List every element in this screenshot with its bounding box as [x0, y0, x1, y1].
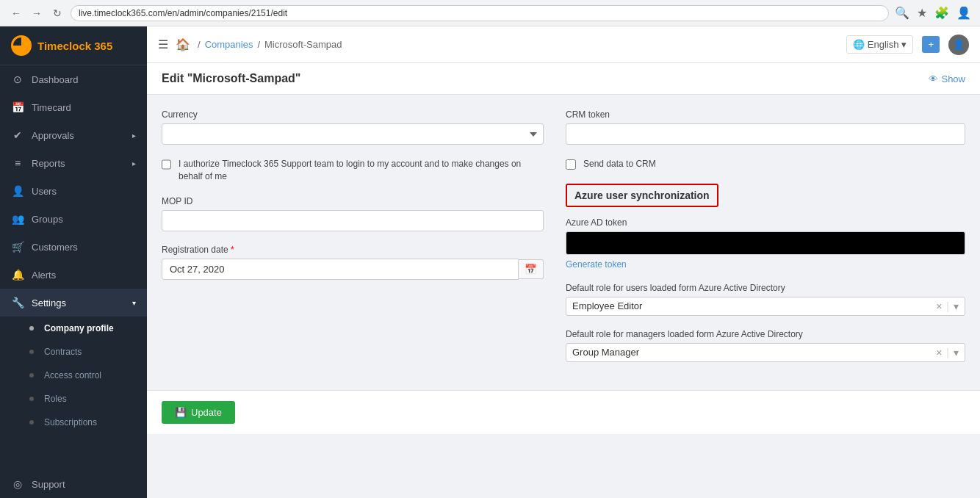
authorize-checkbox[interactable]: [162, 159, 171, 170]
separator: |: [946, 300, 949, 312]
chevron-icon: ▸: [132, 131, 136, 140]
sub-item-label: Subscriptions: [44, 417, 97, 427]
sidebar-item-label: Groups: [32, 214, 63, 225]
sidebar-item-dashboard[interactable]: ⊙ Dashboard: [0, 65, 147, 93]
currency-select[interactable]: [162, 123, 544, 145]
alerts-icon: 🔔: [11, 269, 24, 281]
add-button[interactable]: +: [922, 36, 940, 53]
sidebar-item-label: Dashboard: [32, 74, 79, 85]
sidebar-item-label: Settings: [32, 297, 66, 308]
sidebar-item-alerts[interactable]: 🔔 Alerts: [0, 261, 147, 289]
sidebar-item-groups[interactable]: 👥 Groups: [0, 205, 147, 233]
breadcrumb-companies[interactable]: Companies: [205, 39, 253, 50]
logo: Timeclock 365: [0, 26, 147, 65]
registration-date-input[interactable]: Oct 27, 2020: [162, 259, 519, 280]
send-crm-row: Send data to CRM: [566, 158, 965, 170]
sidebar-sub-item-roles[interactable]: Roles: [0, 387, 147, 411]
profile-icon[interactable]: 👤: [956, 6, 971, 20]
users-icon: 👤: [11, 185, 24, 197]
chevron-down-icon: ▾: [132, 299, 136, 307]
separator: |: [946, 347, 949, 358]
user-avatar[interactable]: 👤: [948, 35, 969, 55]
refresh-button[interactable]: ↻: [50, 6, 65, 21]
sidebar-item-label: Customers: [32, 242, 78, 253]
language-selector[interactable]: 🌐 English ▾: [846, 35, 914, 54]
default-role-managers-group: Default role for managers loaded form Az…: [566, 329, 965, 362]
menu-icon[interactable]: ☰: [158, 37, 168, 51]
clear-icon[interactable]: ×: [936, 300, 942, 312]
dot-icon: [29, 397, 34, 401]
home-icon[interactable]: 🏠: [176, 37, 190, 51]
sidebar-item-timecard[interactable]: 📅 Timecard: [0, 93, 147, 121]
timecard-icon: 📅: [11, 101, 24, 113]
date-input-wrapper: Oct 27, 2020 📅: [162, 259, 544, 280]
dropdown-icon[interactable]: ▾: [954, 347, 959, 358]
back-button[interactable]: ←: [9, 6, 24, 21]
default-role-users-select[interactable]: Employee Editor × | ▾: [566, 297, 965, 316]
chevron-icon: ▸: [132, 159, 136, 167]
top-bar: ☰ 🏠 / Companies / Microsoft-Sampad 🌐 Eng…: [147, 26, 980, 63]
authorize-row: I authorize Timeclock 365 Support team t…: [162, 158, 544, 183]
update-button[interactable]: 💾 Update: [162, 401, 235, 424]
registration-date-label: Registration date *: [162, 245, 544, 255]
customers-icon: 🛒: [11, 241, 24, 253]
bookmark-icon[interactable]: ★: [917, 6, 927, 20]
breadcrumb: / Companies / Microsoft-Sampad: [198, 39, 342, 50]
url-bar[interactable]: live.timeclock365.com/en/admin/companies…: [71, 5, 889, 21]
default-role-managers-value: Group Manager: [572, 347, 932, 358]
settings-icon: 🔧: [11, 297, 24, 308]
extensions-icon[interactable]: 🧩: [934, 6, 949, 20]
browser-icons: 🔍 ★ 🧩 👤: [895, 6, 971, 20]
default-role-users-value: Employee Editor: [572, 300, 932, 311]
crm-token-input[interactable]: [566, 123, 965, 145]
azure-section-header: Azure user synchronization: [566, 184, 718, 207]
dropdown-icon[interactable]: ▾: [954, 300, 959, 312]
top-bar-right: 🌐 English ▾ + 👤: [846, 35, 969, 55]
eye-icon: 👁: [929, 73, 938, 84]
default-role-users-label: Default role for users loaded form Azure…: [566, 283, 965, 293]
send-crm-label: Send data to CRM: [583, 158, 656, 170]
sidebar-item-settings[interactable]: 🔧 Settings ▾: [0, 289, 147, 317]
sidebar-sub-item-contracts[interactable]: Contracts: [0, 340, 147, 364]
search-icon[interactable]: 🔍: [895, 6, 909, 20]
default-role-users-group: Default role for users loaded form Azure…: [566, 283, 965, 316]
crm-token-label: CRM token: [566, 109, 965, 120]
mop-id-label: MOP ID: [162, 196, 544, 206]
azure-ad-token-input[interactable]: [566, 231, 965, 255]
sidebar-sub-item-company-profile[interactable]: Company profile: [0, 317, 147, 340]
calendar-icon-button[interactable]: 📅: [519, 259, 544, 279]
sidebar-item-approvals[interactable]: ✔ Approvals ▸: [0, 121, 147, 149]
azure-ad-token-label: Azure AD token: [566, 217, 965, 228]
default-role-managers-select[interactable]: Group Manager × | ▾: [566, 343, 965, 362]
show-link[interactable]: 👁 Show: [929, 73, 965, 84]
sidebar-sub-item-access-control[interactable]: Access control: [0, 364, 147, 387]
mop-id-input[interactable]: [162, 210, 544, 231]
chevron-down-icon: ▾: [901, 39, 907, 50]
dot-icon: [29, 373, 34, 378]
required-marker: *: [231, 245, 234, 255]
sidebar-item-users[interactable]: 👤 Users: [0, 177, 147, 205]
globe-icon: 🌐: [853, 39, 865, 50]
generate-token-link[interactable]: Generate token: [566, 259, 965, 270]
currency-group: Currency: [162, 109, 544, 145]
logo-text: Timeclock 365: [37, 40, 112, 52]
reports-icon: ≡: [11, 157, 24, 169]
role-select-actions: × | ▾: [936, 300, 959, 312]
support-icon: ◎: [11, 478, 24, 490]
forward-button[interactable]: →: [29, 6, 44, 21]
clear-icon[interactable]: ×: [936, 347, 942, 358]
azure-ad-token-group: Azure AD token Generate token: [566, 217, 965, 270]
sub-item-label: Access control: [44, 370, 101, 380]
sidebar-sub-item-subscriptions[interactable]: Subscriptions: [0, 411, 147, 434]
dot-icon: [29, 350, 34, 354]
sub-item-label: Roles: [44, 394, 67, 404]
send-crm-checkbox[interactable]: [566, 159, 576, 170]
sidebar-item-support[interactable]: ◎ Support: [0, 470, 147, 498]
sidebar-item-reports[interactable]: ≡ Reports ▸: [0, 149, 147, 177]
sidebar-item-customers[interactable]: 🛒 Customers: [0, 233, 147, 261]
dashboard-icon: ⊙: [11, 73, 24, 85]
page-area: Edit "Microsoft-Sampad" 👁 Show Currency: [147, 63, 980, 498]
sidebar-item-label: Alerts: [32, 270, 56, 281]
sidebar-item-label: Reports: [32, 158, 65, 169]
sidebar-item-label: Timecard: [32, 102, 71, 113]
